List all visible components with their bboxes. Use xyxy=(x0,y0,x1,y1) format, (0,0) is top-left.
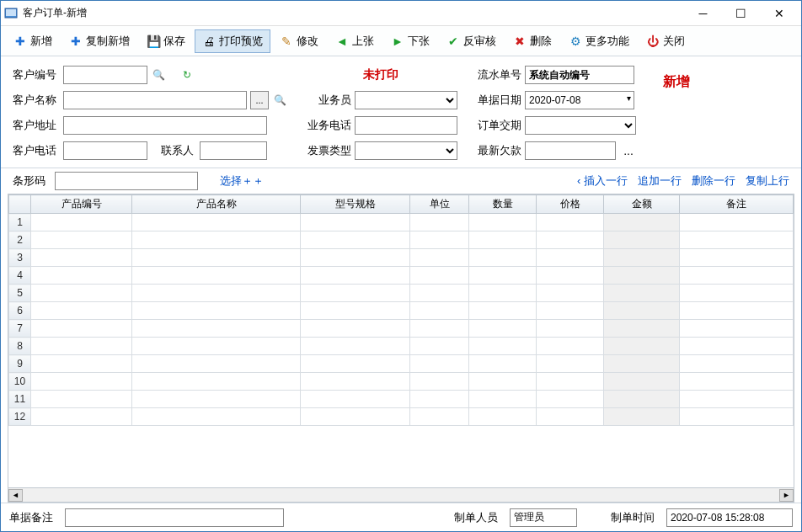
cell[interactable] xyxy=(301,249,410,267)
cell[interactable] xyxy=(132,391,301,408)
cell[interactable] xyxy=(469,338,537,355)
cell[interactable] xyxy=(469,249,537,267)
cell[interactable] xyxy=(537,391,604,408)
table-row[interactable]: 6 xyxy=(9,302,794,320)
cell[interactable] xyxy=(680,408,794,426)
maximize-button[interactable]: ☐ xyxy=(722,2,760,25)
cell[interactable] xyxy=(604,231,680,249)
cell[interactable] xyxy=(604,408,680,426)
cell[interactable] xyxy=(410,320,469,338)
table-row[interactable]: 10 xyxy=(9,373,794,391)
col-header[interactable]: 备注 xyxy=(680,195,794,214)
cell[interactable] xyxy=(604,249,680,267)
cell[interactable] xyxy=(301,231,410,249)
cell[interactable] xyxy=(132,373,301,391)
cell[interactable] xyxy=(410,285,469,302)
cell[interactable] xyxy=(604,302,680,320)
cell[interactable] xyxy=(680,214,794,231)
save-button[interactable]: 💾保存 xyxy=(139,29,193,53)
scroll-right-arrow[interactable]: ► xyxy=(779,489,794,502)
cell[interactable] xyxy=(604,285,680,302)
scroll-left-arrow[interactable]: ◄ xyxy=(8,489,23,502)
cell[interactable] xyxy=(537,408,604,426)
cell[interactable] xyxy=(680,285,794,302)
cell[interactable] xyxy=(132,338,301,355)
cell[interactable] xyxy=(31,249,132,267)
search-name-button[interactable]: 🔍 xyxy=(272,93,287,108)
table-row[interactable]: 8 xyxy=(9,338,794,355)
customer-tel-input[interactable] xyxy=(63,141,147,160)
cell[interactable] xyxy=(537,302,604,320)
cell[interactable] xyxy=(132,408,301,426)
col-header[interactable]: 金额 xyxy=(604,195,680,214)
unaudit-button[interactable]: ✔反审核 xyxy=(439,29,504,53)
search-customer-button[interactable]: 🔍 xyxy=(151,67,166,82)
cell[interactable] xyxy=(680,320,794,338)
cell[interactable] xyxy=(132,285,301,302)
cell[interactable] xyxy=(301,338,410,355)
cell[interactable] xyxy=(410,267,469,285)
customer-name-input[interactable] xyxy=(63,91,247,109)
refresh-button[interactable]: ↻ xyxy=(179,67,195,82)
cell[interactable] xyxy=(410,214,469,231)
cell[interactable] xyxy=(132,267,301,285)
cell[interactable] xyxy=(537,267,604,285)
col-header[interactable]: 型号规格 xyxy=(301,195,410,214)
cell[interactable] xyxy=(680,355,794,373)
delete-button[interactable]: ✖删除 xyxy=(505,29,559,53)
order-due-select[interactable] xyxy=(525,116,636,135)
cell[interactable] xyxy=(469,408,537,426)
cell[interactable] xyxy=(410,391,469,408)
customer-addr-input[interactable] xyxy=(63,116,267,135)
cell[interactable] xyxy=(469,373,537,391)
table-row[interactable]: 11 xyxy=(9,391,794,408)
customer-name-lookup-button[interactable]: ... xyxy=(250,91,269,109)
horizontal-scrollbar[interactable]: ◄ ► xyxy=(8,488,794,503)
cell[interactable] xyxy=(410,231,469,249)
customer-no-input[interactable] xyxy=(63,66,147,84)
cell[interactable] xyxy=(31,231,132,249)
col-header[interactable]: 数量 xyxy=(469,195,537,214)
cell[interactable] xyxy=(410,302,469,320)
cell[interactable] xyxy=(301,214,410,231)
append-row-link[interactable]: 追加一行 xyxy=(638,173,682,189)
cell[interactable] xyxy=(132,249,301,267)
cell[interactable] xyxy=(132,214,301,231)
cell[interactable] xyxy=(469,391,537,408)
insert-row-link[interactable]: ‹ 插入一行 xyxy=(577,173,628,189)
cell[interactable] xyxy=(469,320,537,338)
cell[interactable] xyxy=(469,214,537,231)
create-time-input[interactable] xyxy=(666,508,793,527)
cell[interactable] xyxy=(604,355,680,373)
new-button[interactable]: ✚新增 xyxy=(6,29,60,53)
latest-debt-input[interactable] xyxy=(525,141,616,160)
cell[interactable] xyxy=(301,373,410,391)
cell[interactable] xyxy=(31,302,132,320)
cell[interactable] xyxy=(31,214,132,231)
col-header[interactable]: 产品编号 xyxy=(31,195,132,214)
debt-lookup-button[interactable]: ... xyxy=(619,141,638,160)
cell[interactable] xyxy=(301,391,410,408)
cell[interactable] xyxy=(604,338,680,355)
cell[interactable] xyxy=(410,355,469,373)
copy-row-link[interactable]: 复制上行 xyxy=(746,173,789,189)
col-header[interactable]: 价格 xyxy=(537,195,604,214)
grid-scroll[interactable]: 产品编号产品名称型号规格单位数量价格金额备注 123456789101112 xyxy=(8,194,794,488)
cell[interactable] xyxy=(469,285,537,302)
cell[interactable] xyxy=(537,249,604,267)
cell[interactable] xyxy=(469,231,537,249)
next-button[interactable]: ►下张 xyxy=(383,29,437,53)
cell[interactable] xyxy=(537,338,604,355)
cell[interactable] xyxy=(469,267,537,285)
table-row[interactable]: 12 xyxy=(9,408,794,426)
col-header[interactable]: 产品名称 xyxy=(132,195,301,214)
cell[interactable] xyxy=(604,214,680,231)
cell[interactable] xyxy=(301,302,410,320)
cell[interactable] xyxy=(31,408,132,426)
cell[interactable] xyxy=(680,249,794,267)
cell[interactable] xyxy=(132,355,301,373)
cell[interactable] xyxy=(410,338,469,355)
cell[interactable] xyxy=(680,231,794,249)
select-plus-link[interactable]: 选择＋＋ xyxy=(220,173,264,189)
col-header[interactable]: 单位 xyxy=(410,195,469,214)
